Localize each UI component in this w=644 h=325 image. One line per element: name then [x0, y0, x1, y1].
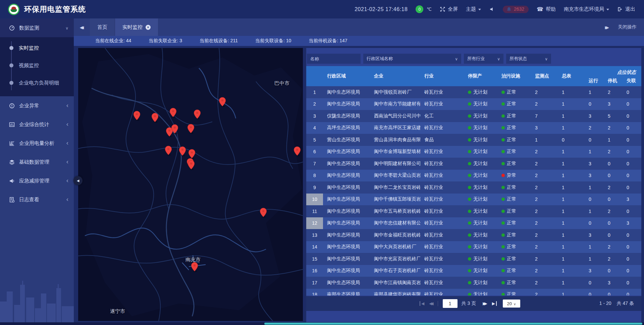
table-cell: 阆中大兴页岩机砖厂: [370, 241, 420, 253]
name-filter-input[interactable]: [307, 54, 361, 64]
table-row[interactable]: 12阆中生态环境局阆中市忠信建材有限公砖瓦行业无计划正常21003: [306, 217, 641, 229]
theme-dropdown[interactable]: 主题: [466, 6, 481, 12]
table-cell: 高坪生态环境局: [323, 122, 370, 134]
row-index-cell: 14: [306, 241, 323, 253]
table-cell: 阆中生态环境局: [323, 158, 370, 170]
map-pin-icon[interactable]: [165, 146, 172, 156]
mute-button[interactable]: [489, 6, 495, 12]
map-pin-icon[interactable]: [151, 113, 159, 123]
page-prev-button[interactable]: [429, 301, 433, 306]
table-row[interactable]: 11阆中生态环境局阆中市五马桥页岩机砖砖瓦行业无计划正常21120: [306, 205, 641, 217]
page-size-select[interactable]: 20: [503, 300, 520, 308]
table-row[interactable]: 8阆中生态环境局阆中市枣碧大梁山页岩砖瓦行业无计划异常21300: [306, 170, 641, 182]
table-row[interactable]: 17阆中生态环境局阆中市江南镇阆南页岩砖瓦行业无计划正常21030: [306, 277, 641, 289]
map-pin-icon[interactable]: [169, 108, 177, 118]
submenu-dot-icon: [9, 81, 13, 85]
table-row[interactable]: 18南部生态环境局南部县建华页岩砖有限砖瓦行业无计划正常21000: [306, 289, 641, 296]
map-pin-icon[interactable]: [293, 146, 301, 156]
sidebar-item-label: 企业异常: [19, 103, 62, 109]
sidebar-item-emergency-reduction[interactable]: 应急减排管理: [0, 171, 74, 190]
sidebar-item-base-data-management[interactable]: 基础数据管理: [0, 153, 74, 171]
map-pin-icon[interactable]: [187, 160, 195, 170]
industry-filter-select[interactable]: 所有行业: [464, 54, 503, 64]
region-filter-select[interactable]: 行政区域名称: [363, 54, 461, 64]
scrollbar-thumb[interactable]: [264, 323, 642, 325]
user-org-dropdown[interactable]: 南充市生态环境局: [564, 6, 609, 12]
map-pin-icon[interactable]: [219, 97, 226, 107]
status-filter-select[interactable]: 所有状态: [506, 54, 551, 64]
table-row[interactable]: 14阆中生态环境局阆中大兴页岩机砖厂砖瓦行业无计划正常21120: [306, 241, 641, 253]
tab-realtime-monitoring[interactable]: 实时监控: [115, 18, 158, 36]
table-row[interactable]: 4高坪生态环境局南充市高坪区王家店建砖瓦行业无计划正常31220: [306, 122, 641, 134]
sidebar-subitem-实时监控[interactable]: 实时监控: [0, 39, 74, 57]
tab-close-icon[interactable]: [146, 25, 151, 30]
table-cell: 3: [585, 265, 604, 277]
table-row[interactable]: 3仪陇生态环境局西南油气田分公司川中化工无计划正常71350: [306, 110, 641, 122]
table-row[interactable]: 1阆中生态环境局阆中强锐页岩砖厂砖瓦行业无计划正常21120: [306, 86, 641, 98]
status-ok-dot-icon: [501, 91, 505, 94]
page-next-button[interactable]: [483, 301, 487, 306]
table-row[interactable]: 5营山生态环境局营山县润丰肉食品有限食品无计划正常10010: [306, 134, 641, 146]
sidebar-item-enterprise-abnormal[interactable]: 企业异常: [0, 96, 74, 115]
fullscreen-button[interactable]: 全屏: [440, 6, 458, 12]
table-cell: 2: [531, 217, 558, 229]
map-roads: [78, 48, 303, 321]
table-cell: 0: [623, 98, 641, 110]
row-index-cell: 11: [306, 205, 323, 217]
status-label: 无计划: [473, 256, 487, 262]
page-input[interactable]: [443, 299, 458, 308]
table-cell: 1: [558, 229, 585, 241]
page-last-button[interactable]: [492, 301, 497, 306]
table-row[interactable]: 16阆中生态环境局阆中市石子页岩机砖厂砖瓦行业无计划正常21300: [306, 265, 641, 277]
table-cell: 西南油气田分公司川中: [370, 110, 420, 122]
sidebar-item-enterprise-statistics[interactable]: 企业综合统计: [0, 115, 74, 134]
sidebar-item-data-monitoring[interactable]: 数据监测: [0, 18, 74, 37]
double-chevron-right-icon[interactable]: [605, 24, 609, 30]
horizontal-scrollbar[interactable]: [0, 322, 644, 325]
table-row[interactable]: 10阆中生态环境局阆中千佛镇五郎垭页岩砖瓦行业无计划正常21003: [306, 194, 641, 206]
tab-home[interactable]: 首页: [90, 18, 115, 36]
stat-value: 44: [126, 38, 131, 44]
table-cell: 3: [623, 217, 641, 229]
map-pin-icon[interactable]: [194, 109, 201, 119]
table-row[interactable]: 6阆中生态环境局阆中市金博瑞新型墙材砖瓦行业无计划正常21120: [306, 146, 641, 158]
map-pin-icon[interactable]: [179, 146, 186, 156]
page-first-button[interactable]: [420, 301, 424, 306]
row-index-cell: 10: [306, 194, 323, 206]
map-collapse-button[interactable]: [73, 176, 83, 185]
table-cell: 阆中市金福旺页岩机砖: [370, 229, 420, 241]
map-pin-icon[interactable]: [260, 208, 267, 218]
table-row[interactable]: 7阆中生态环境局阆中明阳建材有限公司砖瓦行业无计划正常21300: [306, 158, 641, 170]
map-panel[interactable]: 巴中市南充市遂宁市: [78, 48, 303, 321]
top-bar: 环保用电监管系统 2021-02-25 17:46:18 0 ℃ 全屏 主题: [0, 0, 644, 18]
map-pin-icon[interactable]: [191, 262, 198, 272]
skyline-watermark: [0, 271, 74, 325]
status-label: 正常: [507, 244, 516, 250]
table-cell: 1: [585, 181, 604, 194]
table-cell: 无计划: [464, 146, 497, 158]
status-ok-dot-icon: [468, 150, 471, 153]
table-row[interactable]: 9阆中生态环境局阆中市二龙长宝页岩砖砖瓦行业无计划正常21120: [306, 181, 641, 194]
help-button[interactable]: 帮助: [537, 6, 556, 12]
sidebar-subitem-视频监控[interactable]: 视频监控: [0, 57, 74, 74]
col-header-point-status-group: 点位状态 运行 停机 失联: [585, 66, 641, 86]
logout-button[interactable]: 退出: [617, 6, 635, 12]
table-row[interactable]: 15阆中生态环境局阆中市光富页岩机砖厂砖瓦行业无计划正常21120: [306, 253, 641, 265]
map-pin-icon[interactable]: [187, 124, 195, 134]
table-row[interactable]: 2阆中生态环境局阆中市南方节能建材有砖瓦行业无计划正常21030: [306, 98, 641, 110]
map-pin-icon[interactable]: [171, 124, 178, 134]
sidebar: 数据监测实时监控视频监控企业电力负荷明细企业异常企业综合统计企业用电量分析基础数…: [0, 18, 74, 325]
sidebar-item-power-usage-analysis[interactable]: 企业用电量分析: [0, 134, 74, 153]
map-pin-icon[interactable]: [133, 111, 141, 121]
tabs-scroll-left-button[interactable]: [74, 18, 90, 36]
table-cell: 0: [604, 265, 623, 277]
table-row[interactable]: 13阆中生态环境局阆中市金福旺页岩机砖砖瓦行业无计划正常21300: [306, 229, 641, 241]
table-cell: 1: [558, 289, 585, 296]
sidebar-subitem-企业电力负荷明细[interactable]: 企业电力负荷明细: [0, 74, 74, 92]
map-pin-icon[interactable]: [188, 149, 196, 159]
status-ok-dot-icon: [468, 269, 471, 272]
table-cell: 阆中市光富页岩机砖厂: [370, 253, 420, 265]
notification-badge[interactable]: 2632: [503, 6, 529, 13]
close-operations-button[interactable]: 关闭操作: [618, 24, 637, 30]
sidebar-item-log-view[interactable]: 日志查看: [0, 190, 74, 209]
